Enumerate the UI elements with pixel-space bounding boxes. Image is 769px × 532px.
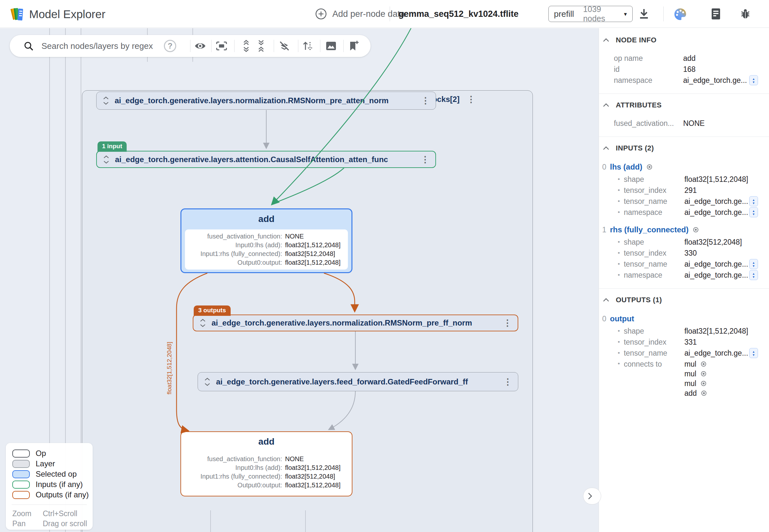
expand-all-button[interactable] <box>240 39 253 52</box>
info-label: op name <box>614 54 683 63</box>
connects-to-item: mul <box>685 379 707 388</box>
section-title: INPUTS (2) <box>616 144 654 152</box>
prop-value: float32[1,512,2048] <box>685 175 748 184</box>
input-name-link[interactable]: lhs (add) <box>610 162 642 172</box>
expand-text-icon[interactable]: ▲▼ <box>749 75 758 85</box>
expand-text-icon[interactable]: ▲▼ <box>749 270 758 280</box>
prop-value: ai_edge_torch.ge... <box>685 271 748 280</box>
trace-io-button[interactable] <box>301 39 314 52</box>
section-inputs[interactable]: INPUTS (2) <box>599 141 769 155</box>
bookmark-button[interactable] <box>347 39 360 52</box>
flatten-layers-button[interactable] <box>278 39 291 52</box>
download-icon[interactable] <box>638 7 651 21</box>
locate-icon[interactable] <box>701 371 706 376</box>
download-image-button[interactable] <box>325 39 338 52</box>
locate-icon[interactable] <box>701 381 706 386</box>
node-menu-icon[interactable]: ⋮ <box>502 379 513 385</box>
graph-selector-value: prefill <box>554 9 574 19</box>
node-causal-self-attention[interactable]: ai_edge_torch.generative.layers.attentio… <box>96 151 436 168</box>
locate-icon[interactable] <box>701 391 707 396</box>
op-detail-box: fused_activation_function:NONE Input0:lh… <box>185 229 348 270</box>
graph-selector-dropdown[interactable]: prefill 1039 nodes ▼ <box>548 6 633 22</box>
chevron-up-icon <box>603 103 609 107</box>
section-node-info[interactable]: NODE INFO <box>599 33 769 47</box>
expand-layer-icon[interactable] <box>199 318 206 327</box>
prop-label: shape <box>624 238 685 247</box>
attr-value: NONE <box>285 455 304 463</box>
search-input[interactable] <box>41 39 157 52</box>
expand-text-icon[interactable]: ▲▼ <box>749 348 758 358</box>
node-gated-feed-forward[interactable]: ai_edge_torch.generative.layers.feed_for… <box>198 372 518 391</box>
chevron-up-icon <box>603 298 609 302</box>
collapse-all-button[interactable] <box>255 39 268 52</box>
node-menu-icon[interactable]: ⋮ <box>419 156 431 163</box>
node-add-selected[interactable]: add fused_activation_function:NONE Input… <box>180 208 352 273</box>
attr-value: float32[1,512,2048] <box>285 241 340 249</box>
locate-icon[interactable] <box>701 361 706 367</box>
bug-icon[interactable] <box>739 7 752 21</box>
input-name-link[interactable]: rhs (fully_connected) <box>610 225 689 234</box>
expand-text-icon[interactable]: ▲▼ <box>749 207 758 217</box>
expand-layer-icon[interactable] <box>102 96 109 105</box>
fit-to-screen-button[interactable] <box>215 39 228 52</box>
topbar-divider <box>390 6 390 21</box>
graph-canvas[interactable]: ai_edge_torch.generative.layers.attentio… <box>0 28 599 532</box>
node-label: ai_edge_torch.generative.layers.normaliz… <box>115 96 415 105</box>
node-rmsnorm-pre-ff[interactable]: ai_edge_torch.generative.layers.normaliz… <box>193 315 518 331</box>
legend-label: Inputs (if any) <box>36 480 83 489</box>
output-name-link[interactable]: output <box>610 314 634 323</box>
toggle-visibility-button[interactable] <box>194 39 207 52</box>
node-details-panel: NODE INFO op name add id 168 namespace a… <box>599 28 769 532</box>
attr-label: Input0:lhs (add): <box>185 463 282 472</box>
prop-row: •tensor_nameai_edge_torch.ge...▲▼ <box>599 348 769 359</box>
help-icon[interactable]: ? <box>164 40 176 52</box>
legend-item-outputs: Outputs (if any) <box>6 490 93 500</box>
prop-value: ai_edge_torch.ge... <box>685 197 748 206</box>
attr-value: float32[1,512,2048] <box>285 463 340 472</box>
legend-item-layer: Layer <box>6 459 93 469</box>
pan-hint: Pan Drag or scroll <box>6 519 93 529</box>
op-title: add <box>181 437 352 447</box>
attr-value: NONE <box>285 232 304 241</box>
legend-item-op: Op <box>6 448 93 459</box>
model-file-name: gemma_seq512_kv1024.tflite <box>398 9 518 19</box>
section-title: ATTRIBUTES <box>616 101 662 109</box>
prop-row-connects-to: • connects to mul mul mul add <box>599 359 769 398</box>
legend-item-inputs: Inputs (if any) <box>6 479 93 490</box>
prop-row: •tensor_index331 <box>599 337 769 348</box>
expand-layer-icon[interactable] <box>103 155 110 164</box>
legend-divider <box>12 504 87 505</box>
prop-value: 291 <box>685 186 697 195</box>
node-add-output[interactable]: add fused_activation_function:NONE Input… <box>180 431 352 496</box>
prop-row: •tensor_index291 <box>599 185 769 196</box>
section-attributes[interactable]: ATTRIBUTES <box>599 98 769 112</box>
layer-menu-icon[interactable]: ⋮ <box>465 96 477 103</box>
expand-text-icon[interactable]: ▲▼ <box>749 196 758 206</box>
palette-icon[interactable] <box>673 7 687 21</box>
expand-text-icon[interactable]: ▲▼ <box>749 259 758 269</box>
connects-to-item: mul <box>685 369 707 379</box>
info-value: add <box>683 54 696 63</box>
connects-to-op: mul <box>685 370 697 378</box>
info-label: id <box>614 65 683 74</box>
connects-to-op: mul <box>685 379 697 388</box>
node-rmsnorm-pre-atten[interactable]: ai_edge_torch.generative.layers.normaliz… <box>96 92 436 110</box>
node-menu-icon[interactable]: ⋮ <box>420 97 431 104</box>
expand-layer-icon[interactable] <box>204 377 211 386</box>
app-title: Model Explorer <box>29 8 105 21</box>
node-menu-icon[interactable]: ⋮ <box>502 320 513 326</box>
toolbar-divider <box>190 40 190 52</box>
prop-label: connects to <box>624 360 685 369</box>
add-per-node-data-button[interactable]: Add per-node data <box>315 8 405 20</box>
section-outputs[interactable]: OUTPUTS (1) <box>599 293 769 307</box>
node-label: ai_edge_torch.generative.layers.normaliz… <box>212 318 496 327</box>
locate-icon[interactable] <box>693 227 698 232</box>
doc-icon[interactable] <box>709 7 722 21</box>
prop-label: tensor_index <box>624 338 685 347</box>
locate-icon[interactable] <box>647 164 652 170</box>
prop-row: •namespaceai_edge_torch.ge...▲▼ <box>599 270 769 281</box>
inputs-swatch <box>12 481 30 489</box>
toolbar-divider <box>274 40 274 52</box>
zoom-hint: Zoom Ctrl+Scroll <box>6 509 93 519</box>
panel-toggle-button[interactable] <box>583 488 601 504</box>
